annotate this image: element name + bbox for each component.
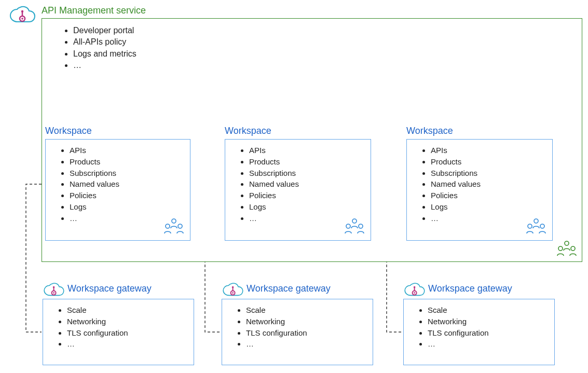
- svg-point-28: [232, 286, 234, 288]
- workspace-feature-item: APIs: [249, 145, 371, 156]
- workspace-feature-item: Policies: [249, 190, 371, 201]
- workspace-feature-item: Products: [249, 156, 371, 168]
- svg-point-10: [166, 224, 170, 228]
- gateway-feature-item: Networking: [246, 316, 373, 327]
- users-icon: [524, 217, 548, 237]
- svg-point-11: [178, 224, 182, 228]
- gateway-feature-item: …: [67, 338, 194, 350]
- gateway-title: Workspace gateway: [67, 283, 152, 294]
- gateway-feature-item: …: [428, 338, 554, 350]
- svg-point-17: [540, 224, 544, 228]
- svg-point-16: [528, 224, 532, 228]
- workspace-title: Workspace: [45, 126, 92, 136]
- workspace-feature-item: Subscriptions: [70, 168, 190, 179]
- workspace-box: APIs Products Subscriptions Named values…: [406, 139, 553, 241]
- gateway-feature-item: Scale: [67, 305, 194, 316]
- gateway-feature-item: TLS configuration: [428, 327, 554, 339]
- svg-point-26: [232, 292, 234, 294]
- svg-point-24: [53, 286, 55, 288]
- workspace-feature-item: APIs: [431, 145, 552, 156]
- workspace-features: APIs Products Subscriptions Named values…: [407, 145, 552, 224]
- gateway-box: Scale Networking TLS configuration …: [222, 299, 373, 365]
- gateway-feature-item: Scale: [246, 305, 373, 316]
- service-feature-item: …: [73, 60, 582, 71]
- svg-point-19: [558, 246, 563, 251]
- service-feature-item: Logs and metrics: [73, 48, 582, 60]
- service-box: Developer portal All-APIs policy Logs an…: [42, 18, 582, 262]
- workspace-features: APIs Products Subscriptions Named values…: [225, 145, 371, 224]
- service-features: Developer portal All-APIs policy Logs an…: [42, 25, 582, 72]
- svg-point-22: [53, 292, 54, 294]
- service-feature-item: All-APIs policy: [73, 36, 582, 48]
- workspace-feature-item: Logs: [249, 201, 371, 213]
- gateway-features: Scale Networking TLS configuration …: [43, 305, 194, 350]
- svg-point-15: [534, 219, 538, 223]
- gateway-feature-item: Scale: [428, 305, 554, 316]
- workspace-feature-item: Subscriptions: [431, 168, 552, 179]
- gateway-feature-item: TLS configuration: [67, 327, 194, 339]
- workspace-feature-item: Policies: [431, 190, 552, 201]
- gateway-feature-item: Networking: [67, 316, 194, 327]
- svg-point-30: [414, 292, 415, 294]
- gateway-features: Scale Networking TLS configuration …: [404, 305, 554, 350]
- workspace-box: APIs Products Subscriptions Named values…: [225, 139, 371, 241]
- svg-point-18: [565, 241, 569, 245]
- workspace-feature-item: Products: [70, 156, 190, 168]
- svg-point-14: [359, 224, 363, 228]
- workspace-features: APIs Products Subscriptions Named values…: [46, 145, 190, 224]
- workspace-feature-item: Named values: [249, 178, 371, 190]
- svg-point-6: [21, 18, 23, 20]
- workspace-title: Workspace: [406, 126, 453, 136]
- users-icon: [162, 217, 186, 237]
- gateway-feature-item: Networking: [428, 316, 554, 327]
- workspace-feature-item: Named values: [70, 178, 190, 190]
- svg-point-9: [172, 219, 176, 223]
- apim-service-icon: [8, 3, 37, 27]
- workspace-feature-item: APIs: [70, 145, 190, 156]
- svg-point-8: [21, 10, 23, 12]
- workspace-title: Workspace: [225, 126, 271, 136]
- users-icon: [555, 240, 579, 259]
- gateway-box: Scale Networking TLS configuration …: [43, 299, 194, 365]
- service-title: API Management service: [42, 5, 146, 16]
- svg-point-13: [346, 224, 350, 228]
- workspace-box: APIs Products Subscriptions Named values…: [45, 139, 190, 241]
- workspace-feature-item: Policies: [70, 190, 190, 201]
- workspace-feature-item: Products: [431, 156, 552, 168]
- workspace-feature-item: Named values: [431, 178, 552, 190]
- svg-point-32: [414, 286, 416, 288]
- workspace-feature-item: Logs: [431, 201, 552, 213]
- gateway-box: Scale Networking TLS configuration …: [403, 299, 555, 365]
- gateway-feature-item: …: [246, 338, 373, 350]
- workspace-feature-item: Subscriptions: [249, 168, 371, 179]
- gateway-feature-item: TLS configuration: [246, 327, 373, 339]
- workspace-feature-item: Logs: [70, 201, 190, 213]
- diagram-canvas: API Management service Developer portal …: [0, 0, 588, 373]
- service-feature-item: Developer portal: [73, 25, 582, 36]
- svg-point-20: [571, 246, 575, 251]
- svg-point-12: [352, 219, 357, 223]
- users-icon: [343, 217, 366, 237]
- gateway-features: Scale Networking TLS configuration …: [222, 305, 373, 350]
- gateway-title: Workspace gateway: [428, 283, 512, 294]
- gateway-title: Workspace gateway: [247, 283, 331, 294]
